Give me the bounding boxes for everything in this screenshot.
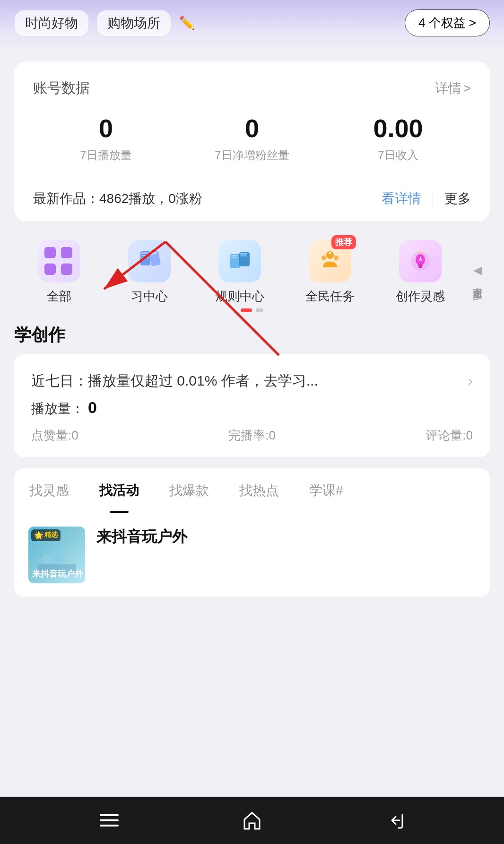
people-icon: 推荐: [309, 240, 351, 282]
nav-home-button[interactable]: [238, 806, 266, 835]
svg-rect-3: [141, 257, 149, 258]
tab-trending[interactable]: 找爆款: [154, 468, 224, 513]
latest-work-text: 最新作品：4862播放，0涨粉: [33, 190, 382, 208]
activity-title: 来抖音玩户外: [96, 527, 476, 547]
svg-point-23: [419, 258, 422, 261]
activity-item: 🌟 精选 来抖音玩户外 来抖音玩户外: [14, 513, 490, 597]
tab-activity[interactable]: 找活动: [84, 468, 154, 513]
learn-card[interactable]: 近七日：播放量仅超过 0.01% 作者，去学习... › 播放量： 0 点赞量:…: [14, 354, 490, 457]
svg-rect-2: [141, 255, 149, 256]
icon-item-all[interactable]: 全部: [14, 232, 104, 312]
icon-grid-wrapper: 全部 习中心: [14, 232, 490, 312]
dot-1: [241, 308, 252, 312]
svg-rect-30: [100, 814, 119, 816]
icon-grid-container: 全部 习中心: [14, 232, 490, 312]
thumb-label: 来抖音玩户外: [32, 568, 83, 580]
scroll-arrow-icon: ◀: [473, 261, 482, 279]
svg-rect-31: [100, 819, 119, 821]
stats-small-row: 点赞量:0 完播率:0 评论量:0: [31, 427, 473, 444]
svg-point-15: [334, 255, 339, 260]
icon-label-learn: 习中心: [131, 288, 168, 305]
icon-grid: 全部 习中心: [14, 232, 466, 312]
bulb-icon: [399, 240, 442, 282]
scroll-hint-text: 左滑更多: [469, 279, 486, 283]
card-header: 账号数据 详情 >: [33, 79, 471, 98]
svg-point-14: [322, 255, 326, 260]
tag-shopping[interactable]: 购物场所: [96, 10, 171, 36]
thumb-inner: 🌟 精选 来抖音玩户外: [28, 527, 85, 583]
stat-fans-value: 0: [179, 113, 325, 144]
more-button[interactable]: 更多: [433, 190, 471, 208]
icon-label-rules: 规则中心: [215, 288, 264, 305]
stat-fans: 0 7日净增粉丝量: [179, 113, 325, 163]
tag-fashion[interactable]: 时尚好物: [14, 10, 89, 36]
tab-course[interactable]: 学课#: [294, 468, 358, 513]
detail-link[interactable]: 详情 >: [435, 79, 471, 97]
icon-label-tasks: 全民任务: [305, 288, 355, 305]
rights-button[interactable]: 4 个权益 >: [405, 9, 490, 36]
play-count-value: 0: [88, 398, 97, 417]
account-data-title: 账号数据: [33, 79, 90, 98]
icon-label-inspiration: 创作灵感: [396, 288, 445, 305]
icon-item-tasks[interactable]: 推荐 全民任务: [285, 232, 375, 312]
completion-stat: 完播率:0: [228, 427, 276, 444]
dot-2: [256, 308, 263, 312]
stat-play-label: 7日播放量: [33, 148, 179, 163]
stat-play-value: 0: [33, 113, 179, 144]
recommend-badge: 推荐: [331, 235, 356, 249]
tab-inspiration[interactable]: 找灵感: [14, 468, 84, 513]
activity-info: 来抖音玩户外: [96, 527, 476, 547]
svg-rect-11: [240, 255, 247, 256]
stat-fans-label: 7日净增粉丝量: [179, 148, 325, 163]
svg-rect-1: [141, 252, 149, 254]
svg-point-28: [42, 554, 53, 565]
learn-card-header: 近七日：播放量仅超过 0.01% 作者，去学习... ›: [31, 371, 473, 391]
play-count-row: 播放量： 0: [31, 398, 473, 418]
stat-income-value: 0.00: [325, 113, 471, 144]
icon-label-all: 全部: [47, 288, 71, 305]
likes-stat: 点赞量:0: [31, 427, 78, 444]
icon-item-inspiration[interactable]: 创作灵感: [375, 232, 466, 312]
learn-section-title: 学创作: [14, 324, 490, 347]
see-detail-button[interactable]: 看详情: [382, 190, 421, 208]
account-card: 账号数据 详情 > 0 7日播放量 0 7日净增粉丝量 0.00 7日收入 最新…: [14, 62, 490, 221]
learn-card-title-text: 近七日：播放量仅超过 0.01% 作者，去学习...: [31, 371, 468, 391]
icon-item-rules[interactable]: 规则中心: [195, 232, 285, 312]
activity-thumbnail: 🌟 精选 来抖音玩户外: [28, 527, 85, 583]
grid-icon: [38, 240, 80, 282]
thumb-badge: 🌟 精选: [31, 529, 61, 541]
tab-hotspot[interactable]: 找热点: [224, 468, 294, 513]
tabs-row: 找灵感 找活动 找爆款 找热点 学课#: [14, 468, 490, 513]
edit-icon[interactable]: ✏️: [179, 15, 195, 31]
nav-back-button[interactable]: [381, 806, 409, 835]
latest-work-row: 最新作品：4862播放，0涨粉 看详情 更多: [33, 190, 471, 208]
cards-icon: [218, 240, 261, 282]
svg-rect-19: [418, 264, 423, 266]
top-header: 时尚好物 购物场所 ✏️ 4 个权益 >: [0, 0, 504, 52]
play-label: 播放量：: [31, 400, 84, 418]
bottom-nav: [0, 797, 504, 844]
scroll-hint: ◀ 左滑更多: [466, 261, 490, 283]
stat-play: 0 7日播放量: [33, 113, 179, 163]
learn-card-arrow-icon: ›: [468, 373, 473, 389]
learn-section: 学创作 近七日：播放量仅超过 0.01% 作者，去学习... › 播放量： 0 …: [14, 324, 490, 457]
tabs-card: 找灵感 找活动 找爆款 找热点 学课# 🌟 精选 来抖音玩户外: [14, 468, 490, 597]
tag-row: 时尚好物 购物场所 ✏️ 4 个权益 >: [14, 9, 490, 36]
main-content: 账号数据 详情 > 0 7日播放量 0 7日净增粉丝量 0.00 7日收入 最新…: [0, 52, 504, 797]
card-divider: [28, 178, 476, 178]
stat-income-label: 7日收入: [325, 148, 471, 163]
nav-menu-button[interactable]: [95, 806, 123, 835]
comments-stat: 评论量:0: [426, 427, 473, 444]
icon-item-learn[interactable]: 习中心: [104, 232, 195, 312]
svg-rect-20: [418, 266, 422, 268]
svg-rect-7: [231, 255, 237, 256]
svg-rect-10: [240, 253, 247, 255]
stat-income: 0.00 7日收入: [325, 113, 471, 163]
svg-rect-8: [231, 257, 237, 258]
book-icon: [128, 240, 171, 282]
stats-row: 0 7日播放量 0 7日净增粉丝量 0.00 7日收入: [33, 113, 471, 163]
svg-rect-32: [100, 825, 119, 826]
